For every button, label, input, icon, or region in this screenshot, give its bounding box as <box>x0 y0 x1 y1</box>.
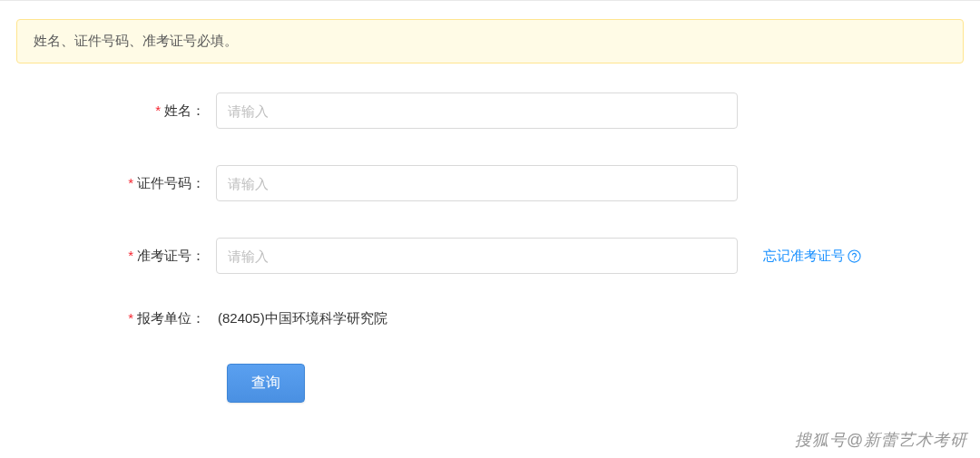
form-row-exam-number: *准考证号： 忘记准考证号 <box>16 238 964 274</box>
institution-value: (82405)中国环境科学研究院 <box>216 310 387 327</box>
alert-text: 姓名、证件号码、准考证号必填。 <box>34 33 238 48</box>
top-divider <box>0 0 980 1</box>
label-exam-number: *准考证号： <box>16 248 216 265</box>
exam-number-input[interactable] <box>216 238 738 274</box>
required-mark: * <box>128 175 133 190</box>
form-row-institution: *报考单位： (82405)中国环境科学研究院 <box>16 310 964 327</box>
form-row-id-number: *证件号码： <box>16 165 964 201</box>
alert-required-fields: 姓名、证件号码、准考证号必填。 <box>16 19 964 63</box>
required-mark: * <box>128 310 133 326</box>
form-row-submit: 查询 <box>16 364 964 403</box>
question-circle-icon <box>847 248 861 263</box>
forgot-exam-number-link[interactable]: 忘记准考证号 <box>763 248 861 265</box>
label-name: *姓名： <box>16 102 216 120</box>
form-row-name: *姓名： <box>16 93 964 129</box>
required-mark: * <box>155 102 161 118</box>
watermark-text: 搜狐号@新蕾艺术考研 <box>795 429 967 451</box>
id-number-input[interactable] <box>216 165 738 201</box>
query-form: *姓名： *证件号码： *准考证号： 忘记准考证号 *报考单位： <box>0 93 980 403</box>
label-institution: *报考单位： <box>16 310 216 327</box>
label-id-number: *证件号码： <box>16 175 216 192</box>
svg-point-1 <box>853 258 854 259</box>
svg-point-0 <box>848 249 859 261</box>
required-mark: * <box>128 248 133 263</box>
query-button[interactable]: 查询 <box>227 364 305 403</box>
name-input[interactable] <box>216 93 738 129</box>
